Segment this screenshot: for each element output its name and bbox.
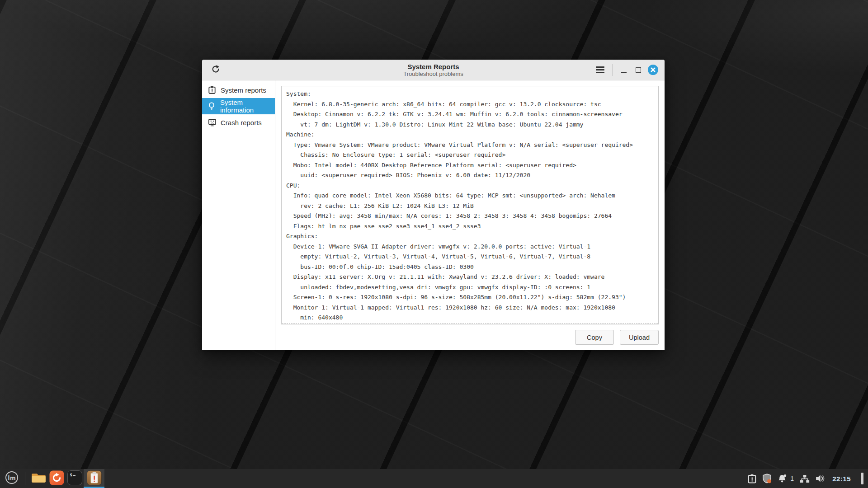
titlebar-separator <box>612 64 613 76</box>
sidebar-item-crash-reports[interactable]: Crash reports <box>202 114 275 131</box>
files-launcher[interactable] <box>29 469 47 488</box>
content-pane: System: Kernel: 6.8.0-35-generic arch: x… <box>275 80 665 350</box>
menu-hamburger-icon[interactable] <box>596 65 607 75</box>
lightbulb-icon <box>208 102 216 110</box>
copy-button[interactable]: Copy <box>575 330 614 345</box>
firefox-icon <box>49 470 64 487</box>
sidebar-item-label: System information <box>220 99 275 114</box>
notification-count: 1 <box>790 475 794 482</box>
action-bar: Copy Upload <box>281 330 659 345</box>
terminal-launcher[interactable]: $ <box>66 469 84 488</box>
terminal-icon: $ <box>67 470 82 487</box>
sidebar: System reports System information <box>202 80 275 350</box>
title-block: System Reports Troubleshoot problems <box>202 60 665 80</box>
report-clipboard-tray-icon[interactable] <box>748 474 756 483</box>
maximize-button[interactable] <box>633 65 643 75</box>
sidebar-item-label: System reports <box>221 86 266 94</box>
clock[interactable]: 22:15 <box>832 475 851 483</box>
system-reports-window: System Reports Troubleshoot problems <box>202 60 665 350</box>
system-tray: 1 22:15 <box>748 473 865 484</box>
window-title: System Reports <box>407 63 459 70</box>
svg-text:$: $ <box>70 473 72 477</box>
minimize-button[interactable] <box>619 65 629 75</box>
show-desktop-edge-bar[interactable] <box>861 473 863 484</box>
update-shield-icon[interactable] <box>762 474 772 483</box>
svg-text:lm: lm <box>8 474 15 481</box>
sidebar-item-label: Crash reports <box>221 119 262 127</box>
firefox-launcher[interactable] <box>47 469 66 488</box>
window-subtitle: Troubleshoot problems <box>403 70 463 77</box>
active-window-system-reports[interactable] <box>84 469 104 488</box>
volume-icon[interactable] <box>816 474 825 483</box>
close-icon <box>651 66 656 74</box>
clipboard-report-icon <box>208 86 216 94</box>
menu-button[interactable]: lm <box>3 469 21 488</box>
desktop: System Reports Troubleshoot problems <box>0 0 868 488</box>
system-report-textview[interactable]: System: Kernel: 6.8.0-35-generic arch: x… <box>281 86 659 324</box>
taskbar-separator <box>25 472 25 485</box>
sidebar-item-system-information[interactable]: System information <box>202 98 275 114</box>
titlebar[interactable]: System Reports Troubleshoot problems <box>202 60 665 80</box>
files-folder-icon <box>32 472 46 485</box>
linux-mint-logo-icon: lm <box>5 470 19 487</box>
notifications-bell-icon[interactable] <box>778 474 787 483</box>
system-report-text: System: Kernel: 6.8.0-35-generic arch: x… <box>282 86 658 324</box>
sidebar-item-system-reports[interactable]: System reports <box>202 82 275 98</box>
refresh-button[interactable] <box>210 65 221 75</box>
system-reports-app-icon <box>87 470 102 487</box>
taskbar-panel: lm <box>0 469 868 488</box>
crash-monitor-icon <box>208 119 216 127</box>
refresh-icon <box>211 65 220 75</box>
close-button[interactable] <box>648 65 658 75</box>
upload-button[interactable]: Upload <box>620 330 659 345</box>
network-icon[interactable] <box>800 474 810 483</box>
